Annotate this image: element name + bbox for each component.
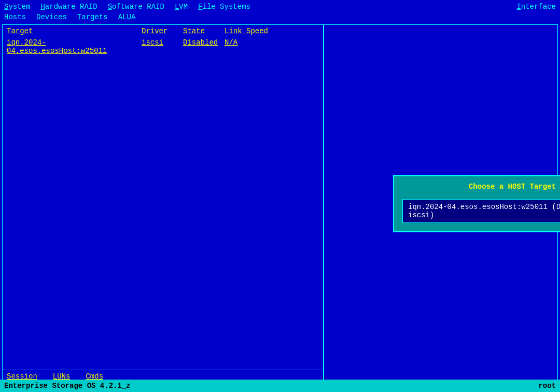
menu-row-1: System Hardware RAID Software RAID LVM F… — [4, 2, 556, 12]
menu-file-systems[interactable]: File Systems — [198, 2, 250, 12]
menu-interface[interactable]: Interface — [516, 2, 556, 12]
table-content: iqn.2024-04.esos.esosHost:w25011 iscsi D… — [3, 37, 323, 370]
col-header-linkspeed: Link Speed — [225, 27, 276, 35]
menu-software-raid[interactable]: Software RAID — [108, 2, 164, 12]
modal-title: Choose a HOST Target — [394, 176, 560, 195]
menu-alua[interactable]: ALUA — [118, 12, 136, 23]
status-bar-left: Enterprise Storage OS 4.2.1_z — [4, 382, 131, 390]
menu-system[interactable]: System — [4, 2, 30, 12]
menu-hosts[interactable]: Hosts — [4, 12, 26, 23]
row-linkspeed: N/A — [225, 38, 276, 55]
menu-hardware-raid[interactable]: Hardware RAID — [40, 2, 97, 12]
menu-bar: System Hardware RAID Software RAID LVM F… — [0, 0, 560, 22]
col-header-state: State — [183, 27, 225, 35]
table-row[interactable]: iqn.2024-04.esos.esosHost:w25011 iscsi D… — [3, 37, 323, 56]
row-state: Disabled — [183, 38, 225, 55]
menu-devices[interactable]: Devices — [36, 12, 67, 23]
table-header: Target Driver State Link Speed — [3, 25, 323, 37]
modal-item[interactable]: iqn.2024-04.esos.esosHost:w25011 (Driver… — [402, 199, 560, 223]
col-header-driver: Driver — [142, 27, 183, 35]
menu-row-2: Hosts Devices Targets ALUA — [4, 12, 556, 23]
left-panel: Target Driver State Link Speed iqn.2024-… — [2, 24, 324, 383]
modal-dialog: Choose a HOST Target iqn.2024-04.esos.es… — [393, 175, 560, 232]
status-bar: Enterprise Storage OS 4.2.1_z root — [0, 380, 560, 392]
row-target: iqn.2024-04.esos.esosHost:w25011 — [7, 38, 142, 55]
right-panel: Choose a HOST Target iqn.2024-04.esos.es… — [324, 24, 558, 383]
col-header-target: Target — [7, 27, 142, 35]
main-area: Target Driver State Link Speed iqn.2024-… — [0, 22, 560, 385]
menu-lvm[interactable]: LVM — [175, 2, 188, 12]
row-driver: iscsi — [142, 38, 183, 55]
status-bar-right: root — [538, 382, 556, 390]
menu-targets[interactable]: Targets — [77, 12, 108, 23]
